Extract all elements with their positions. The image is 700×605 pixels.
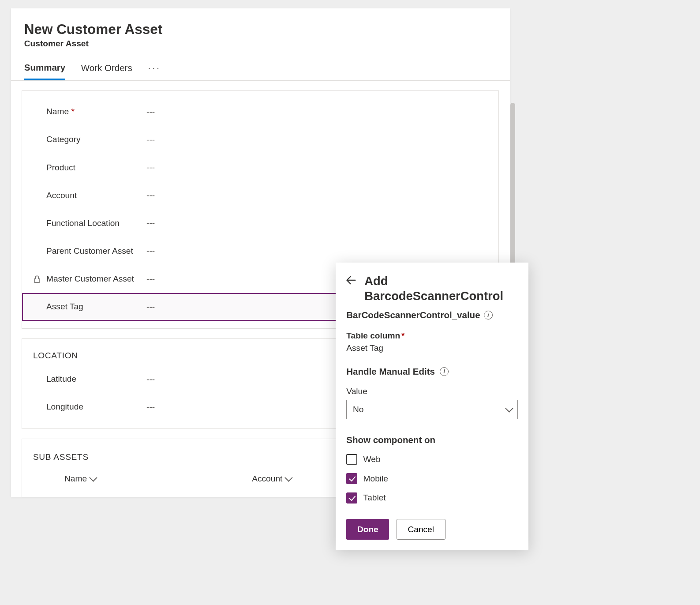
subgrid-col-account-label: Account <box>252 474 282 484</box>
field-value: --- <box>146 107 155 117</box>
field-row[interactable]: Parent Customer Asset--- <box>22 237 498 265</box>
field-value: --- <box>146 274 155 284</box>
popup-table-column-label: Table column <box>346 331 400 340</box>
field-row[interactable]: Name*--- <box>22 98 498 126</box>
add-component-popup: Add BarcodeScannerControl BarCodeScanner… <box>336 263 529 550</box>
tab-work-orders[interactable]: Work Orders <box>81 63 132 79</box>
field-label: Master Customer Asset <box>46 274 146 285</box>
tab-overflow[interactable]: ··· <box>148 62 161 80</box>
popup-manual-edits-label: Handle Manual Edits <box>346 366 435 377</box>
field-value: --- <box>146 402 155 412</box>
scrollbar[interactable] <box>510 103 515 284</box>
field-label: Latitude <box>46 374 146 385</box>
field-label: Functional Location <box>46 218 146 229</box>
cancel-button[interactable]: Cancel <box>397 519 445 540</box>
platform-label: Mobile <box>363 474 388 484</box>
checkbox[interactable] <box>346 473 357 484</box>
field-value: --- <box>146 375 155 384</box>
field-value: --- <box>146 302 155 312</box>
field-label: Longitude <box>46 402 146 413</box>
platform-label: Tablet <box>363 493 386 503</box>
subgrid-col-name[interactable]: Name <box>64 474 95 484</box>
popup-value-label: Value <box>346 387 518 396</box>
field-label: Asset Tag <box>46 301 146 312</box>
field-value: --- <box>146 135 155 145</box>
required-marker: * <box>71 107 75 116</box>
subgrid-col-account[interactable]: Account <box>252 474 291 484</box>
field-label: Category <box>46 134 146 145</box>
arrow-left-icon <box>346 275 356 285</box>
field-row[interactable]: Product--- <box>22 154 498 181</box>
field-value: --- <box>146 218 155 228</box>
field-value: --- <box>146 246 155 256</box>
lock-icon <box>33 275 46 283</box>
popup-table-column-value: Asset Tag <box>346 343 518 353</box>
popup-value-selected: No <box>353 405 363 414</box>
field-value: --- <box>146 191 155 200</box>
back-button[interactable] <box>346 275 358 304</box>
platform-label: Web <box>363 455 381 464</box>
field-label: Parent Customer Asset <box>46 246 146 257</box>
chevron-down-icon <box>90 474 95 484</box>
field-label: Product <box>46 162 146 173</box>
popup-subtitle: BarCodeScannerControl_value <box>346 310 480 320</box>
chevron-down-icon <box>285 474 291 484</box>
field-label: Account <box>46 190 146 201</box>
form-title: New Customer Asset <box>24 22 497 38</box>
platform-row: Web <box>346 454 518 465</box>
info-icon[interactable]: i <box>484 311 493 320</box>
chevron-down-icon <box>505 405 511 414</box>
field-label: Name* <box>46 106 146 117</box>
popup-show-on-label: Show component on <box>346 435 518 445</box>
subgrid-col-name-label: Name <box>64 474 87 484</box>
platform-row: Mobile <box>346 473 518 484</box>
popup-title-line2: BarcodeScannerControl <box>364 289 503 303</box>
field-row[interactable]: Functional Location--- <box>22 210 498 237</box>
checkbox[interactable] <box>346 454 357 465</box>
form-tab-row: Summary Work Orders ··· <box>11 49 510 81</box>
form-entity-name: Customer Asset <box>24 39 497 49</box>
field-value: --- <box>146 163 155 173</box>
popup-title-line1: Add <box>364 274 388 288</box>
field-row[interactable]: Category--- <box>22 126 498 154</box>
platform-row: Tablet <box>346 492 518 504</box>
field-row[interactable]: Account--- <box>22 182 498 210</box>
popup-value-select[interactable]: No <box>346 400 518 419</box>
done-button[interactable]: Done <box>346 519 389 540</box>
tab-summary[interactable]: Summary <box>24 62 66 81</box>
info-icon[interactable]: i <box>440 367 449 376</box>
checkbox[interactable] <box>346 492 357 504</box>
